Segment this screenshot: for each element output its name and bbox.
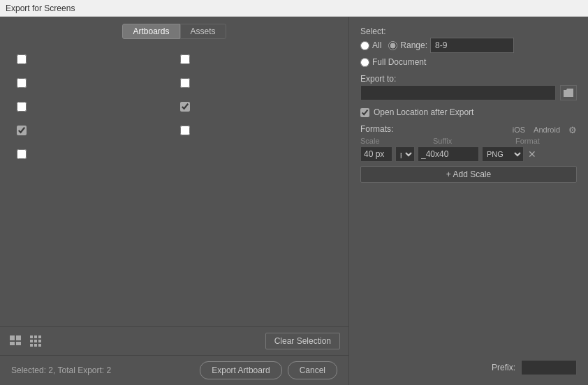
- suffix-col-label: Suffix: [433, 137, 496, 145]
- open-location-checkbox[interactable]: [360, 108, 369, 117]
- bottom-bar: Clear Selection: [0, 326, 348, 355]
- cancel-button[interactable]: Cancel: [288, 361, 337, 379]
- tabs-bar: Artboards Assets: [0, 17, 348, 45]
- scale-unit-select[interactable]: px x w h: [395, 146, 415, 162]
- svg-rect-1: [16, 335, 21, 340]
- svg-rect-6: [38, 335, 41, 338]
- full-document-radio[interactable]: [360, 58, 369, 67]
- android-label: Android: [534, 126, 560, 134]
- prefix-input[interactable]: [521, 360, 577, 375]
- svg-rect-10: [30, 344, 33, 347]
- artboard-checkbox-2[interactable]: [180, 54, 190, 64]
- svg-rect-11: [34, 344, 37, 347]
- export-artboard-button[interactable]: Export Artboard: [200, 361, 281, 379]
- list-item: [11, 95, 175, 119]
- export-to-row: [360, 85, 577, 100]
- range-radio[interactable]: [388, 41, 397, 50]
- grid-small-icon[interactable]: [8, 333, 24, 349]
- list-item: [175, 95, 338, 119]
- range-input[interactable]: [430, 38, 514, 53]
- all-label: All: [372, 40, 381, 50]
- svg-rect-9: [38, 340, 41, 342]
- formats-header: Formats: iOS Android ⚙: [360, 124, 577, 135]
- all-radio[interactable]: [360, 41, 369, 50]
- formats-label: Formats:: [360, 124, 393, 134]
- tab-artboards[interactable]: Artboards: [122, 24, 179, 39]
- svg-rect-7: [30, 340, 33, 342]
- folder-button[interactable]: [560, 85, 577, 100]
- add-scale-button[interactable]: + Add Scale: [360, 166, 577, 183]
- artboard-checkbox-3[interactable]: [17, 78, 27, 88]
- tab-assets[interactable]: Assets: [180, 24, 226, 39]
- remove-format-button[interactable]: ✕: [527, 149, 538, 160]
- svg-rect-8: [34, 340, 37, 342]
- export-to-section: Export to:: [360, 74, 577, 100]
- open-location-label: Open Location after Export: [374, 107, 473, 117]
- status-text: Selected: 2, Total Export: 2: [11, 365, 111, 375]
- artboard-checkbox-8[interactable]: [180, 126, 190, 135]
- right-panel: Select: All Range: Full Document Export …: [349, 17, 588, 385]
- svg-rect-5: [34, 335, 37, 338]
- format-row: px x w h PNG JPG SVG PDF ✕: [360, 146, 577, 162]
- clear-selection-button[interactable]: Clear Selection: [265, 333, 340, 349]
- suffix-input[interactable]: [418, 146, 479, 162]
- list-item: [11, 142, 175, 166]
- list-item: [11, 119, 175, 142]
- range-label: Range:: [400, 40, 427, 50]
- artboard-checkbox-6[interactable]: [180, 102, 190, 112]
- svg-rect-12: [38, 344, 41, 347]
- full-document-label: Full Document: [372, 57, 426, 67]
- title-bar: Export for Screens: [0, 0, 588, 17]
- artboard-checkbox-7[interactable]: [17, 126, 27, 135]
- svg-rect-4: [30, 335, 33, 338]
- ios-label: iOS: [513, 126, 525, 134]
- left-panel: Artboards Assets: [0, 17, 349, 385]
- format-col-label: Format: [515, 137, 571, 145]
- title-text: Export for Screens: [6, 3, 75, 13]
- svg-rect-2: [10, 342, 15, 345]
- export-to-input[interactable]: [360, 85, 556, 100]
- export-to-label: Export to:: [360, 74, 577, 84]
- select-label: Select:: [360, 27, 577, 36]
- range-option: Range:: [388, 38, 514, 53]
- list-item: [175, 71, 338, 95]
- artboard-checkbox-4[interactable]: [180, 78, 190, 88]
- artboard-checkbox-1[interactable]: [17, 54, 27, 64]
- artboard-checkbox-9[interactable]: [17, 149, 27, 159]
- artboard-checkbox-5[interactable]: [17, 102, 27, 112]
- list-item: [11, 71, 175, 95]
- action-buttons: Export Artboard Cancel: [200, 361, 337, 379]
- formats-gear-button[interactable]: ⚙: [568, 125, 577, 135]
- formats-right: iOS Android ⚙: [513, 125, 577, 135]
- format-select[interactable]: PNG JPG SVG PDF: [482, 146, 524, 162]
- formats-columns: Scale Suffix Format: [360, 135, 577, 146]
- prefix-label: Prefix:: [492, 363, 515, 372]
- formats-section: Formats: iOS Android ⚙ Scale Suffix Form…: [360, 124, 577, 183]
- grid-large-icon[interactable]: [29, 333, 45, 349]
- select-options-row: All Range:: [360, 38, 577, 53]
- select-section: Select: All Range: Full Document: [360, 27, 577, 67]
- full-document-option: Full Document: [360, 57, 577, 67]
- status-bar: Selected: 2, Total Export: 2 Export Artb…: [0, 355, 348, 385]
- list-item: [11, 47, 175, 71]
- svg-rect-3: [16, 342, 21, 345]
- list-item: [175, 47, 338, 71]
- list-item: [175, 119, 338, 142]
- all-option: All: [360, 40, 381, 50]
- artboards-grid: [0, 45, 348, 326]
- open-location-row: Open Location after Export: [360, 107, 577, 117]
- svg-rect-0: [10, 335, 15, 340]
- scale-value-input[interactable]: [360, 146, 392, 162]
- scale-col-label: Scale: [360, 137, 409, 145]
